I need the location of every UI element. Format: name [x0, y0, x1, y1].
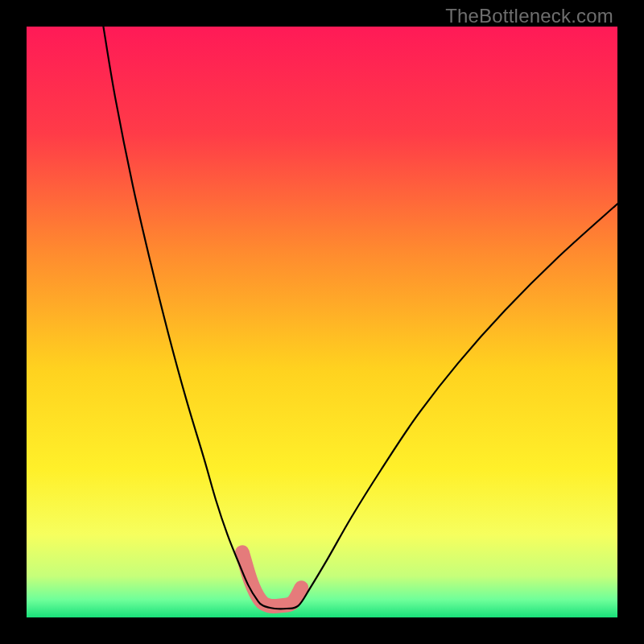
- bottleneck-curve: [103, 27, 617, 609]
- highlight-segment: [242, 552, 301, 606]
- chart-frame: TheBottleneck.com: [0, 0, 644, 644]
- watermark-text: TheBottleneck.com: [445, 5, 613, 27]
- plot-area: [27, 27, 617, 617]
- curves-layer: [27, 27, 617, 617]
